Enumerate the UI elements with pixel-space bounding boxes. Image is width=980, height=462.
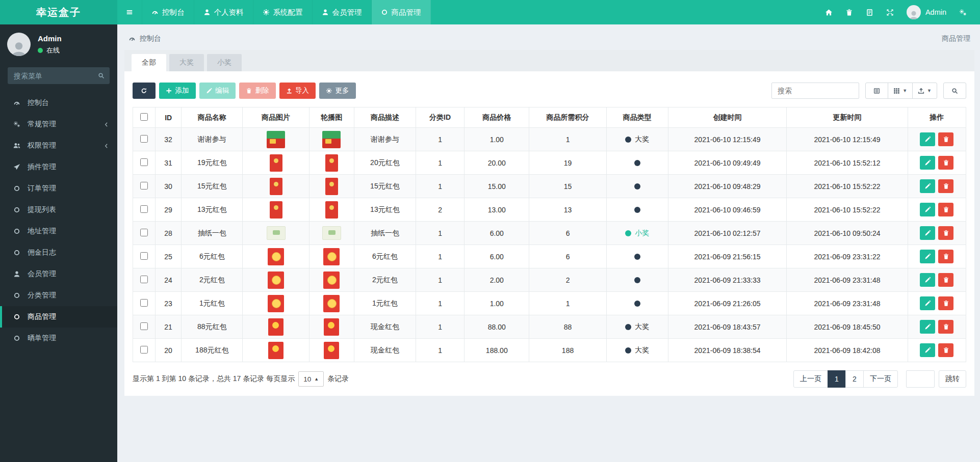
row-delete-button[interactable] bbox=[938, 156, 953, 170]
column-header[interactable]: 商品图片 bbox=[243, 107, 309, 128]
sidebar-item-commission[interactable]: 佣金日志 bbox=[0, 242, 117, 263]
sidebar-search-input[interactable] bbox=[8, 67, 110, 84]
navbar-item-dashboard[interactable]: 控制台 bbox=[142, 0, 194, 24]
product-image[interactable] bbox=[324, 342, 339, 359]
product-image[interactable] bbox=[322, 131, 341, 148]
column-header[interactable]: 更新时间 bbox=[787, 107, 908, 128]
sidebar-item-addon[interactable]: 插件管理 bbox=[0, 156, 117, 178]
more-button[interactable]: 更多 bbox=[319, 83, 356, 99]
product-image[interactable] bbox=[270, 201, 282, 219]
row-checkbox[interactable] bbox=[140, 182, 148, 189]
sidebar-item-product[interactable]: 商品管理 bbox=[0, 306, 117, 328]
brand-logo[interactable]: 幸运盒子 bbox=[0, 0, 117, 24]
sidebar-item-member[interactable]: 会员管理 bbox=[0, 263, 117, 285]
settings-button[interactable] bbox=[952, 0, 973, 24]
tab-all[interactable]: 全部 bbox=[132, 54, 166, 71]
prev-page-button[interactable]: 上一页 bbox=[793, 370, 828, 388]
product-image[interactable] bbox=[268, 295, 284, 312]
add-button[interactable]: 添加 bbox=[159, 83, 196, 99]
row-checkbox[interactable] bbox=[140, 205, 148, 213]
breadcrumb-left[interactable]: 控制台 bbox=[140, 34, 161, 43]
row-delete-button[interactable] bbox=[938, 273, 953, 287]
navbar-item-member[interactable]: 会员管理 bbox=[313, 0, 372, 24]
row-edit-button[interactable] bbox=[920, 156, 935, 170]
row-edit-button[interactable] bbox=[920, 273, 935, 287]
row-edit-button[interactable] bbox=[920, 296, 935, 310]
row-checkbox[interactable] bbox=[140, 299, 148, 307]
export-button[interactable]: ▼ bbox=[912, 83, 937, 99]
sidebar-item-address[interactable]: 地址管理 bbox=[0, 221, 117, 242]
row-edit-button[interactable] bbox=[920, 179, 935, 193]
edit-button[interactable]: 编辑 bbox=[199, 83, 236, 99]
row-delete-button[interactable] bbox=[938, 250, 953, 263]
row-edit-button[interactable] bbox=[920, 320, 935, 334]
product-image[interactable] bbox=[270, 178, 282, 195]
sidebar-item-category[interactable]: 分类管理 bbox=[0, 285, 117, 306]
column-header[interactable]: 商品名称 bbox=[182, 107, 243, 128]
row-edit-button[interactable] bbox=[920, 132, 935, 146]
delete-button[interactable]: 删除 bbox=[239, 83, 276, 99]
row-delete-button[interactable] bbox=[938, 226, 953, 240]
sidebar-item-order[interactable]: 订单管理 bbox=[0, 178, 117, 199]
row-delete-button[interactable] bbox=[938, 320, 953, 334]
product-image[interactable] bbox=[268, 248, 284, 265]
refresh-button[interactable] bbox=[133, 83, 156, 99]
row-delete-button[interactable] bbox=[938, 203, 953, 216]
row-edit-button[interactable] bbox=[920, 226, 935, 240]
table-search-input[interactable] bbox=[771, 83, 859, 99]
sidebar-item-auth[interactable]: 权限管理 bbox=[0, 135, 117, 156]
column-header[interactable]: 商品价格 bbox=[465, 107, 529, 128]
product-image[interactable] bbox=[267, 131, 285, 148]
row-checkbox[interactable] bbox=[140, 252, 148, 260]
column-header[interactable]: 分类ID bbox=[416, 107, 465, 128]
page-button-1[interactable]: 1 bbox=[828, 370, 846, 388]
sidebar-item-withdraw[interactable]: 提现列表 bbox=[0, 199, 117, 221]
product-image[interactable] bbox=[325, 201, 338, 219]
product-image[interactable] bbox=[323, 295, 340, 312]
row-delete-button[interactable] bbox=[938, 132, 953, 146]
columns-button[interactable]: ▼ bbox=[888, 83, 913, 99]
column-header[interactable]: 商品所需积分 bbox=[529, 107, 606, 128]
product-image[interactable] bbox=[325, 154, 338, 172]
next-page-button[interactable]: 下一页 bbox=[863, 370, 898, 388]
tab-small[interactable]: 小奖 bbox=[207, 54, 242, 71]
product-image[interactable] bbox=[322, 226, 341, 240]
column-header[interactable]: 轮播图 bbox=[309, 107, 354, 128]
trash-button[interactable] bbox=[839, 0, 860, 24]
product-image[interactable] bbox=[323, 271, 340, 289]
sidebar-toggle-button[interactable] bbox=[117, 0, 142, 24]
product-image[interactable] bbox=[270, 154, 282, 172]
row-checkbox[interactable] bbox=[140, 135, 148, 143]
product-image[interactable] bbox=[325, 178, 338, 195]
import-button[interactable]: 导入 bbox=[279, 83, 316, 99]
advanced-search-button[interactable] bbox=[943, 83, 966, 99]
product-image[interactable] bbox=[267, 226, 286, 240]
row-delete-button[interactable] bbox=[938, 296, 953, 310]
navbar-item-profile[interactable]: 个人资料 bbox=[194, 0, 253, 24]
page-button-2[interactable]: 2 bbox=[845, 370, 864, 388]
column-header[interactable]: 商品类型 bbox=[606, 107, 668, 128]
home-button[interactable] bbox=[819, 0, 839, 24]
navbar-user-menu[interactable]: Admin bbox=[900, 0, 952, 24]
fullscreen-button[interactable] bbox=[880, 0, 900, 24]
row-edit-button[interactable] bbox=[920, 343, 935, 357]
sidebar-item-share[interactable]: 晒单管理 bbox=[0, 328, 117, 349]
product-image[interactable] bbox=[324, 318, 339, 336]
page-size-dropdown[interactable]: 10 ▲ bbox=[298, 371, 324, 387]
row-checkbox[interactable] bbox=[140, 158, 148, 166]
row-edit-button[interactable] bbox=[920, 203, 935, 216]
column-header[interactable]: 商品描述 bbox=[354, 107, 416, 128]
row-delete-button[interactable] bbox=[938, 179, 953, 193]
column-header[interactable]: ID bbox=[156, 107, 182, 128]
navbar-item-product[interactable]: 商品管理 bbox=[372, 0, 431, 24]
log-button[interactable] bbox=[860, 0, 880, 24]
row-delete-button[interactable] bbox=[938, 343, 953, 357]
row-checkbox[interactable] bbox=[140, 346, 148, 354]
column-header[interactable]: 创建时间 bbox=[668, 107, 786, 128]
product-image[interactable] bbox=[268, 318, 283, 336]
row-checkbox[interactable] bbox=[140, 276, 148, 283]
product-image[interactable] bbox=[268, 342, 283, 359]
product-image[interactable] bbox=[323, 248, 340, 265]
toggle-view-button[interactable] bbox=[865, 83, 888, 99]
navbar-item-config[interactable]: 系统配置 bbox=[253, 0, 313, 24]
